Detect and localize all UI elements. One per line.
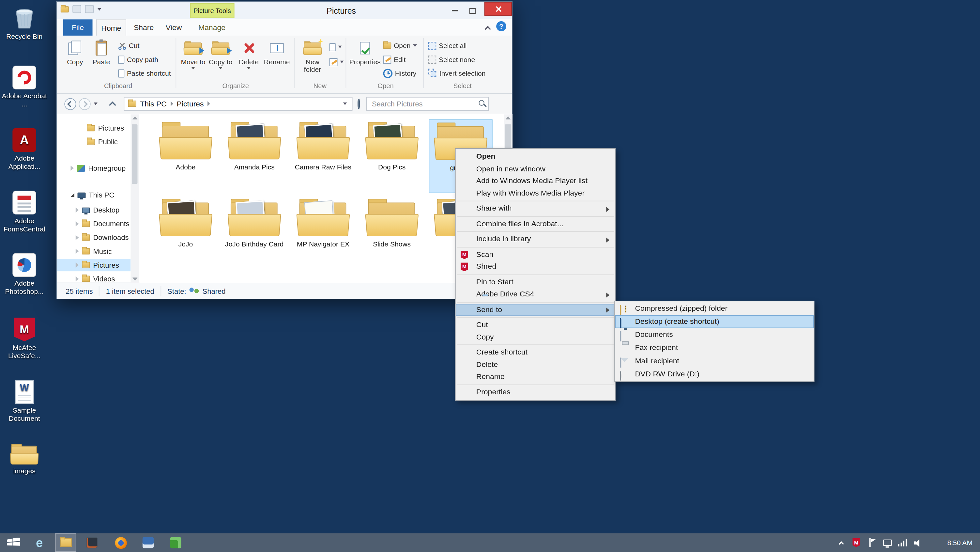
taskbar-internet-explorer[interactable]: e bbox=[29, 533, 50, 552]
taskbar-firefox[interactable] bbox=[110, 533, 131, 552]
menu-item-include-in-library[interactable]: Include in library bbox=[456, 233, 615, 245]
desktop-icon-mcafee-livesafe[interactable]: M McAfee LiveSafe... bbox=[0, 317, 49, 360]
tray-display[interactable] bbox=[880, 533, 895, 552]
tab-file[interactable]: File bbox=[63, 19, 92, 35]
nav-scrollbar[interactable] bbox=[130, 114, 138, 282]
submenu-item-dvd-rw-drive[interactable]: DVD RW Drive (D:) bbox=[615, 368, 814, 381]
ribbon-paste-button[interactable]: Paste bbox=[89, 38, 113, 65]
nav-item-this-pc[interactable]: This PC bbox=[57, 189, 130, 201]
scroll-up-icon[interactable] bbox=[130, 116, 138, 120]
nav-item-downloads[interactable]: Downloads bbox=[57, 231, 130, 244]
ribbon-copy-button[interactable]: Copy bbox=[63, 38, 87, 65]
menu-item-open[interactable]: Open bbox=[456, 151, 615, 163]
folder-tile-amanda-pics[interactable]: Amanda Pics bbox=[223, 120, 286, 193]
nav-item-pictures[interactable]: Pictures bbox=[57, 259, 130, 271]
nav-item-public[interactable]: Public bbox=[57, 136, 130, 148]
title-bar[interactable]: Picture Tools Pictures bbox=[57, 2, 512, 19]
folder-tile-camera-raw-files[interactable]: Camera Raw Files bbox=[291, 120, 355, 193]
ribbon-cut-button[interactable]: Cut bbox=[118, 40, 139, 51]
nav-item-music[interactable]: Music bbox=[57, 245, 130, 258]
menu-item-shred[interactable]: MShred bbox=[456, 261, 615, 273]
scroll-down-icon[interactable] bbox=[130, 278, 138, 281]
breadcrumb-root[interactable]: This PC bbox=[140, 100, 167, 108]
expand-arrow-icon[interactable] bbox=[76, 249, 79, 254]
expand-arrow-icon[interactable] bbox=[76, 221, 79, 226]
nav-item-desktop[interactable]: Desktop bbox=[57, 204, 130, 216]
menu-item-rename[interactable]: Rename bbox=[456, 371, 615, 383]
scroll-up-icon[interactable] bbox=[504, 116, 512, 120]
search-icon[interactable] bbox=[479, 100, 484, 105]
folder-tile-adobe[interactable]: Adobe bbox=[154, 120, 217, 193]
submenu-item-fax-recipient[interactable]: Fax recipient bbox=[615, 341, 814, 354]
qat-button-2[interactable] bbox=[85, 5, 94, 13]
expand-arrow-icon[interactable] bbox=[76, 235, 79, 240]
address-dropdown-chevron-icon[interactable] bbox=[343, 102, 347, 105]
nav-item-pictures-top[interactable]: Pictures bbox=[57, 122, 130, 134]
expand-arrow-icon[interactable] bbox=[70, 193, 74, 197]
submenu-item-mail-recipient[interactable]: Mail recipient bbox=[615, 354, 814, 368]
breadcrumb-separator-icon[interactable] bbox=[170, 101, 173, 106]
ribbon-delete-button[interactable]: Delete bbox=[237, 38, 261, 70]
menu-item-play-with-wmp[interactable]: Play with Windows Media Player bbox=[456, 187, 615, 199]
folder-tile-dog-pics[interactable]: Dog Pics bbox=[360, 120, 424, 193]
submenu-item-zip-folder[interactable]: Compressed (zipped) folder bbox=[615, 302, 814, 315]
help-button[interactable]: ? bbox=[496, 21, 506, 31]
ribbon-copy-to-button[interactable]: Copy to bbox=[208, 38, 233, 70]
expand-arrow-icon[interactable] bbox=[76, 276, 79, 281]
nav-item-documents[interactable]: Documents bbox=[57, 217, 130, 230]
ribbon-paste-shortcut-button[interactable]: Paste shortcut bbox=[118, 68, 171, 78]
ribbon-new-folder-button[interactable]: New folder bbox=[299, 38, 326, 73]
expand-arrow-icon[interactable] bbox=[76, 207, 79, 212]
qat-button-1[interactable] bbox=[72, 5, 81, 13]
ribbon-select-all-button[interactable]: Select all bbox=[428, 40, 466, 51]
close-button[interactable] bbox=[484, 2, 512, 16]
taskbar-file-explorer[interactable] bbox=[55, 533, 76, 552]
refresh-button[interactable] bbox=[358, 100, 360, 108]
folder-tile-slide-shows[interactable]: Slide Shows bbox=[360, 196, 424, 270]
collapse-ribbon-button[interactable] bbox=[486, 24, 490, 33]
taskbar-clock[interactable]: 8:50 AM bbox=[947, 533, 972, 552]
search-input[interactable] bbox=[367, 97, 488, 110]
desktop-icon-adobe-application[interactable]: A Adobe Applicati... bbox=[0, 128, 49, 171]
minimize-button[interactable] bbox=[448, 6, 462, 16]
submenu-item-documents[interactable]: Documents bbox=[615, 328, 814, 341]
taskbar-pinned-app-2[interactable] bbox=[137, 533, 159, 552]
menu-item-combine-files-in-acrobat[interactable]: Combine files in Acrobat... bbox=[456, 218, 615, 230]
menu-item-send-to[interactable]: Send to bbox=[456, 303, 615, 316]
menu-item-create-shortcut[interactable]: Create shortcut bbox=[456, 346, 615, 359]
folder-tile-jojo-birthday-card[interactable]: JoJo Birthday Card bbox=[223, 196, 286, 270]
desktop-icon-adobe-formscentral[interactable]: Adobe FormsCentral bbox=[0, 191, 49, 233]
menu-item-share-with[interactable]: Share with bbox=[456, 203, 615, 214]
forward-button[interactable] bbox=[79, 98, 91, 110]
qat-customize-chevron-icon[interactable] bbox=[97, 8, 101, 10]
ribbon-rename-button[interactable]: Rename bbox=[263, 38, 291, 65]
ribbon-new-item-button[interactable] bbox=[329, 42, 342, 52]
tab-home[interactable]: Home bbox=[96, 19, 126, 35]
address-bar[interactable]: This PC Pictures bbox=[124, 97, 352, 111]
menu-item-pin-to-start[interactable]: Pin to Start bbox=[456, 276, 615, 288]
ribbon-easy-access-button[interactable] bbox=[329, 57, 344, 67]
nav-item-videos[interactable]: Videos bbox=[57, 273, 130, 283]
search-box[interactable] bbox=[366, 97, 489, 111]
tray-mcafee[interactable]: M bbox=[849, 533, 864, 552]
desktop-icon-adobe-photoshop[interactable]: Adobe Photoshop... bbox=[0, 253, 49, 296]
tray-volume[interactable] bbox=[910, 533, 925, 552]
menu-item-cut[interactable]: Cut bbox=[456, 319, 615, 331]
expand-arrow-icon[interactable] bbox=[76, 262, 79, 267]
ribbon-invert-selection-button[interactable]: Invert selection bbox=[428, 68, 485, 78]
ribbon-history-button[interactable]: History bbox=[383, 68, 416, 78]
scrollbar-thumb[interactable] bbox=[132, 124, 137, 184]
taskbar-pinned-app-1[interactable] bbox=[81, 533, 102, 552]
menu-item-delete[interactable]: Delete bbox=[456, 359, 615, 370]
tray-network[interactable] bbox=[895, 533, 910, 552]
breadcrumb-current[interactable]: Pictures bbox=[177, 100, 204, 108]
ribbon-edit-button[interactable]: Edit bbox=[383, 54, 406, 65]
menu-item-open-in-new-window[interactable]: Open in new window bbox=[456, 163, 615, 175]
maximize-button[interactable] bbox=[466, 6, 479, 16]
submenu-item-desktop-create-shortcut[interactable]: Desktop (create shortcut) bbox=[615, 315, 814, 328]
tab-share[interactable]: Share bbox=[129, 19, 159, 35]
tray-action-center[interactable] bbox=[865, 533, 880, 552]
desktop-icon-recycle-bin[interactable]: Recycle Bin bbox=[0, 5, 49, 40]
menu-item-add-to-wmp-list[interactable]: Add to Windows Media Player list bbox=[456, 175, 615, 187]
ribbon-move-to-button[interactable]: Move to bbox=[181, 38, 206, 70]
